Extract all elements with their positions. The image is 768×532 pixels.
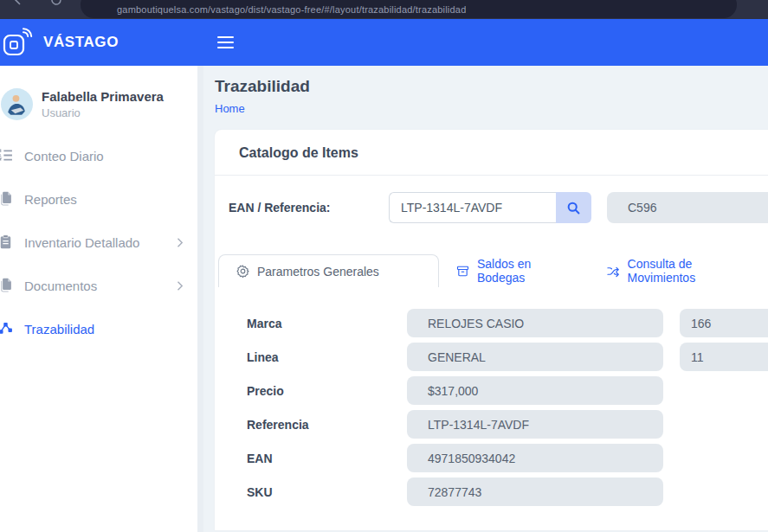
user-profile[interactable]: Falabella Primavera Usuario xyxy=(0,66,197,134)
brand-title: VÁSTAGO xyxy=(43,34,119,51)
sidebar-divider xyxy=(197,66,203,532)
field-value: 72877743 xyxy=(407,478,663,506)
breadcrumb: Home xyxy=(215,102,768,115)
reload-icon[interactable] xyxy=(50,0,62,6)
ean-search-input[interactable] xyxy=(389,192,556,223)
field-label: Referencia xyxy=(247,418,407,432)
field-row-ean: EAN4971850934042 xyxy=(229,444,768,472)
field-row-referencia: ReferenciaLTP-1314L-7AVDF xyxy=(229,410,768,439)
copy-icon xyxy=(0,191,14,207)
search-row: EAN / Referencia: C596 xyxy=(229,192,768,223)
avatar xyxy=(1,88,33,120)
sidebar-item-label: Documentos xyxy=(24,279,97,293)
field-extra-value: 11 xyxy=(680,343,768,371)
browser-bar: gamboutiquelsa.com/vastago/dist/vastago-… xyxy=(0,0,768,19)
field-label: EAN xyxy=(247,452,407,465)
tabs: Parametros GeneralesSaldos en BodegasCon… xyxy=(218,254,768,287)
tab-parametros-generales[interactable]: Parametros Generales xyxy=(218,254,439,287)
archive-icon xyxy=(456,265,469,278)
app-header: VÁSTAGO xyxy=(0,19,768,66)
tab-consulta-de-movimientos[interactable]: Consulta de Movimientos xyxy=(590,254,768,287)
field-label: Precio xyxy=(247,384,407,398)
sidebar-nav: Conteo DiarioReportesInventario Detallad… xyxy=(0,134,197,350)
sidebar-item-label: Conteo Diario xyxy=(24,149,104,163)
field-value: 4971850934042 xyxy=(407,444,663,472)
field-row-precio: Precio$317,000 xyxy=(229,376,768,405)
field-value: LTP-1314L-7AVDF xyxy=(407,410,663,439)
item-fields-form: MarcaRELOJES CASIO166LineaGENERAL11Preci… xyxy=(229,309,768,506)
chevron-right-icon xyxy=(177,237,184,248)
field-value: RELOJES CASIO xyxy=(407,309,663,337)
back-icon[interactable] xyxy=(12,0,24,6)
field-label: Marca xyxy=(247,317,407,330)
hamburger-menu-button[interactable] xyxy=(214,29,237,55)
sidebar-item-trazabilidad[interactable]: Trazabilidad xyxy=(0,307,197,350)
tab-label: Parametros Generales xyxy=(257,265,379,279)
tab-label: Saldos en Bodegas xyxy=(477,257,572,285)
sidebar-item-conteo-diario[interactable]: Conteo Diario xyxy=(0,134,197,177)
address-bar[interactable]: gamboutiquelsa.com/vastago/dist/vastago-… xyxy=(81,0,737,18)
url-text: gamboutiquelsa.com/vastago/dist/vastago-… xyxy=(81,4,466,18)
sidebar-item-label: Inventario Detallado xyxy=(24,235,139,250)
card-title: Catalogo de Items xyxy=(215,130,768,176)
breadcrumb-home-link[interactable]: Home xyxy=(215,102,245,115)
search-button[interactable] xyxy=(556,192,591,223)
sidebar-item-inventario-detallado[interactable]: Inventario Detallado xyxy=(0,221,197,264)
sidebar-item-label: Trazabilidad xyxy=(24,322,94,337)
catalog-card: Catalogo de Items EAN / Referencia: xyxy=(215,130,768,530)
file-icon xyxy=(0,278,14,293)
field-row-sku: SKU72877743 xyxy=(229,478,768,506)
diagram-icon xyxy=(0,321,14,337)
field-row-marca: MarcaRELOJES CASIO166 xyxy=(229,309,768,337)
field-extra-value: 166 xyxy=(680,309,768,337)
field-value: $317,000 xyxy=(407,376,663,405)
item-code-field: C596 xyxy=(607,192,768,223)
sidebar: Falabella Primavera Usuario Conteo Diari… xyxy=(0,66,197,532)
field-label: Linea xyxy=(247,350,407,364)
gear-icon xyxy=(236,265,249,278)
ean-referencia-label: EAN / Referencia: xyxy=(229,201,389,215)
field-label: SKU xyxy=(247,485,407,499)
list-ol-icon xyxy=(0,148,14,163)
brand: VÁSTAGO xyxy=(0,28,203,57)
tab-saldos-en-bodegas[interactable]: Saldos en Bodegas xyxy=(439,254,590,287)
page-title: Trazabilidad xyxy=(215,77,768,96)
shuffle-icon xyxy=(607,265,620,278)
sidebar-item-reportes[interactable]: Reportes xyxy=(0,177,197,221)
main-content: Trazabilidad Home Catalogo de Items EAN … xyxy=(203,66,768,532)
field-row-linea: LineaGENERAL11 xyxy=(229,343,768,371)
sidebar-item-label: Reportes xyxy=(24,192,77,207)
chevron-right-icon xyxy=(177,280,184,292)
user-role: Usuario xyxy=(42,106,164,119)
search-icon xyxy=(566,201,581,215)
user-name: Falabella Primavera xyxy=(42,89,164,106)
field-value: GENERAL xyxy=(407,343,663,371)
clipboard-icon xyxy=(0,234,14,250)
rfid-logo-icon xyxy=(3,28,34,57)
tab-label: Consulta de Movimientos xyxy=(628,257,751,285)
sidebar-item-documentos[interactable]: Documentos xyxy=(0,264,197,307)
